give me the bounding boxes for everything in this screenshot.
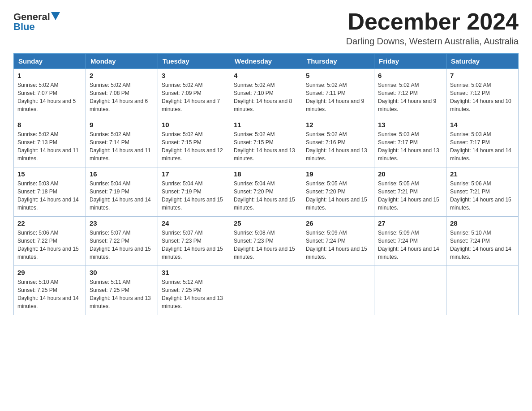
sunrise-label: Sunrise: 5:02 AM — [17, 82, 58, 88]
day-info: Sunrise: 5:07 AM Sunset: 7:23 PM Dayligh… — [162, 229, 226, 261]
day-info: Sunrise: 5:02 AM Sunset: 7:14 PM Dayligh… — [90, 130, 154, 163]
day-info: Sunrise: 5:11 AM Sunset: 7:25 PM Dayligh… — [90, 278, 154, 310]
daylight-label: Daylight: 14 hours and 15 minutes. — [90, 246, 151, 260]
sunset-label: Sunset: 7:13 PM — [17, 139, 57, 146]
sunset-label: Sunset: 7:20 PM — [234, 188, 274, 195]
week-row-1: 1 Sunrise: 5:02 AM Sunset: 7:07 PM Dayli… — [14, 69, 519, 118]
calendar-cell: 29 Sunrise: 5:10 AM Sunset: 7:25 PM Dayl… — [14, 266, 86, 315]
column-header-wednesday: Wednesday — [230, 54, 302, 69]
day-number: 21 — [450, 170, 515, 178]
week-row-3: 15 Sunrise: 5:03 AM Sunset: 7:18 PM Dayl… — [14, 167, 519, 217]
sunset-label: Sunset: 7:17 PM — [378, 139, 418, 146]
daylight-label: Daylight: 14 hours and 15 minutes. — [378, 197, 439, 211]
calendar-cell: 24 Sunrise: 5:07 AM Sunset: 7:23 PM Dayl… — [158, 217, 230, 266]
sunrise-label: Sunrise: 5:02 AM — [90, 131, 130, 137]
day-number: 4 — [234, 72, 298, 79]
day-info: Sunrise: 5:02 AM Sunset: 7:10 PM Dayligh… — [234, 81, 298, 113]
sunset-label: Sunset: 7:22 PM — [90, 238, 129, 244]
sunset-label: Sunset: 7:17 PM — [450, 139, 490, 146]
calendar-cell — [374, 266, 446, 315]
calendar-cell: 8 Sunrise: 5:02 AM Sunset: 7:13 PM Dayli… — [14, 118, 86, 167]
sunrise-label: Sunrise: 5:03 AM — [17, 180, 58, 187]
sunrise-label: Sunrise: 5:02 AM — [162, 82, 202, 88]
calendar-cell: 1 Sunrise: 5:02 AM Sunset: 7:07 PM Dayli… — [14, 69, 86, 118]
sunrise-label: Sunrise: 5:02 AM — [17, 131, 58, 137]
day-number: 22 — [17, 219, 82, 227]
day-info: Sunrise: 5:03 AM Sunset: 7:17 PM Dayligh… — [378, 130, 442, 163]
day-number: 19 — [306, 170, 370, 178]
daylight-label: Daylight: 14 hours and 14 minutes. — [450, 246, 511, 260]
calendar-subtitle: Darling Downs, Western Australia, Austra… — [346, 36, 519, 47]
calendar-title: December 2024 — [346, 9, 519, 34]
day-number: 31 — [162, 269, 226, 276]
column-header-saturday: Saturday — [446, 54, 519, 69]
day-number: 24 — [162, 219, 226, 227]
day-info: Sunrise: 5:04 AM Sunset: 7:19 PM Dayligh… — [90, 180, 154, 212]
calendar-cell: 23 Sunrise: 5:07 AM Sunset: 7:22 PM Dayl… — [86, 217, 158, 266]
day-info: Sunrise: 5:02 AM Sunset: 7:13 PM Dayligh… — [17, 130, 82, 163]
sunset-label: Sunset: 7:19 PM — [162, 188, 202, 195]
sunset-label: Sunset: 7:25 PM — [162, 287, 202, 293]
sunset-label: Sunset: 7:10 PM — [234, 90, 274, 96]
day-number: 7 — [450, 72, 515, 79]
day-number: 11 — [234, 121, 298, 128]
sunset-label: Sunset: 7:09 PM — [162, 90, 202, 96]
day-info: Sunrise: 5:09 AM Sunset: 7:24 PM Dayligh… — [306, 229, 370, 261]
calendar-cell: 25 Sunrise: 5:08 AM Sunset: 7:23 PM Dayl… — [230, 217, 302, 266]
logo-arrow-icon — [50, 11, 61, 23]
day-info: Sunrise: 5:02 AM Sunset: 7:07 PM Dayligh… — [17, 81, 82, 113]
sunset-label: Sunset: 7:18 PM — [17, 188, 57, 195]
sunset-label: Sunset: 7:12 PM — [378, 90, 418, 96]
calendar-cell — [302, 266, 374, 315]
day-info: Sunrise: 5:02 AM Sunset: 7:16 PM Dayligh… — [306, 130, 370, 163]
day-info: Sunrise: 5:12 AM Sunset: 7:25 PM Dayligh… — [162, 278, 226, 310]
daylight-label: Daylight: 14 hours and 14 minutes. — [378, 246, 439, 260]
daylight-label: Daylight: 14 hours and 12 minutes. — [162, 147, 223, 162]
day-number: 9 — [90, 121, 154, 128]
day-number: 6 — [378, 72, 442, 79]
title-area: December 2024 Darling Downs, Western Aus… — [346, 9, 519, 47]
daylight-label: Daylight: 14 hours and 13 minutes. — [90, 295, 151, 309]
column-header-tuesday: Tuesday — [158, 54, 230, 69]
week-row-5: 29 Sunrise: 5:10 AM Sunset: 7:25 PM Dayl… — [14, 266, 519, 315]
calendar-cell: 31 Sunrise: 5:12 AM Sunset: 7:25 PM Dayl… — [158, 266, 230, 315]
sunset-label: Sunset: 7:23 PM — [234, 238, 274, 244]
sunset-label: Sunset: 7:16 PM — [306, 139, 346, 146]
daylight-label: Daylight: 14 hours and 14 minutes. — [17, 197, 79, 211]
calendar-cell: 10 Sunrise: 5:02 AM Sunset: 7:15 PM Dayl… — [158, 118, 230, 167]
day-number: 30 — [90, 269, 154, 276]
page-header: General Blue December 2024 Darling Downs… — [13, 9, 519, 47]
daylight-label: Daylight: 14 hours and 8 minutes. — [234, 98, 292, 112]
day-number: 2 — [90, 72, 154, 79]
day-number: 20 — [378, 170, 442, 178]
daylight-label: Daylight: 14 hours and 14 minutes. — [17, 295, 79, 309]
daylight-label: Daylight: 14 hours and 5 minutes. — [17, 98, 76, 112]
daylight-label: Daylight: 14 hours and 14 minutes. — [90, 197, 151, 211]
sunset-label: Sunset: 7:21 PM — [450, 188, 490, 195]
sunrise-label: Sunrise: 5:03 AM — [450, 131, 491, 137]
calendar-cell: 20 Sunrise: 5:05 AM Sunset: 7:21 PM Dayl… — [374, 167, 446, 217]
sunrise-label: Sunrise: 5:09 AM — [378, 230, 419, 236]
calendar-cell — [446, 266, 519, 315]
calendar-cell: 14 Sunrise: 5:03 AM Sunset: 7:17 PM Dayl… — [446, 118, 519, 167]
day-info: Sunrise: 5:06 AM Sunset: 7:22 PM Dayligh… — [17, 229, 82, 261]
calendar-cell — [230, 266, 302, 315]
sunrise-label: Sunrise: 5:07 AM — [162, 230, 202, 236]
daylight-label: Daylight: 14 hours and 15 minutes. — [234, 246, 295, 260]
sunrise-label: Sunrise: 5:02 AM — [234, 131, 275, 137]
day-number: 13 — [378, 121, 442, 128]
day-number: 1 — [17, 72, 82, 79]
day-info: Sunrise: 5:02 AM Sunset: 7:15 PM Dayligh… — [234, 130, 298, 163]
calendar-cell: 13 Sunrise: 5:03 AM Sunset: 7:17 PM Dayl… — [374, 118, 446, 167]
sunrise-label: Sunrise: 5:06 AM — [450, 180, 491, 187]
column-header-sunday: Sunday — [14, 54, 86, 69]
sunset-label: Sunset: 7:24 PM — [306, 238, 346, 244]
daylight-label: Daylight: 14 hours and 13 minutes. — [162, 295, 223, 309]
daylight-label: Daylight: 14 hours and 11 minutes. — [90, 147, 151, 162]
sunset-label: Sunset: 7:14 PM — [90, 139, 129, 146]
daylight-label: Daylight: 14 hours and 15 minutes. — [306, 246, 367, 260]
day-number: 26 — [306, 219, 370, 227]
day-number: 14 — [450, 121, 515, 128]
daylight-label: Daylight: 14 hours and 15 minutes. — [450, 197, 511, 211]
day-info: Sunrise: 5:02 AM Sunset: 7:15 PM Dayligh… — [162, 130, 226, 163]
